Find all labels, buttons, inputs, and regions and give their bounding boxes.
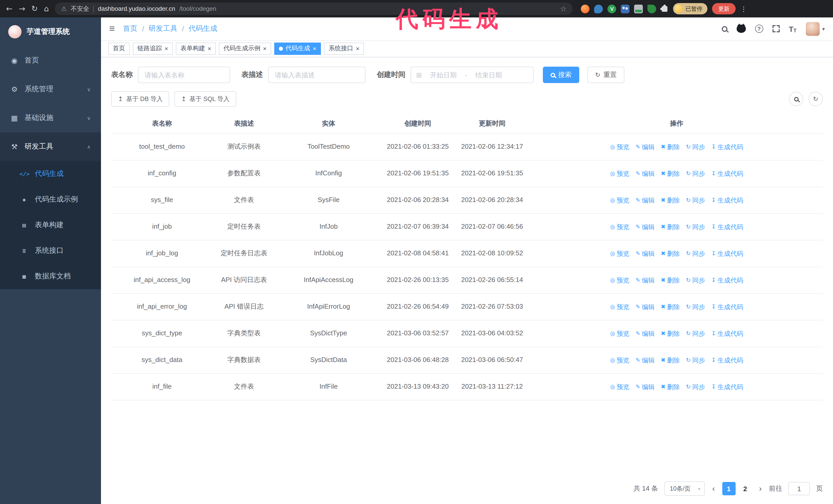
reset-button[interactable]: ↻ 重置 bbox=[588, 67, 624, 83]
action-sync[interactable]: ↻同步 bbox=[686, 169, 705, 178]
action-delete[interactable]: ✖删除 bbox=[661, 383, 680, 392]
search-button[interactable]: 搜索 bbox=[543, 67, 579, 83]
action-preview[interactable]: ◎预览 bbox=[610, 383, 629, 392]
tab-codegen-example[interactable]: 代码生成示例× bbox=[219, 42, 271, 55]
drop-extension-icon[interactable] bbox=[594, 4, 603, 13]
prev-page-button[interactable]: ‹ bbox=[711, 484, 716, 493]
action-edit[interactable]: ✎编辑 bbox=[636, 276, 654, 285]
github-icon[interactable] bbox=[736, 25, 745, 33]
green-v-extension-icon[interactable]: V bbox=[608, 4, 616, 13]
close-icon[interactable]: × bbox=[165, 45, 168, 51]
action-edit[interactable]: ✎编辑 bbox=[636, 143, 654, 152]
close-icon[interactable]: × bbox=[313, 45, 316, 51]
action-sync[interactable]: ↻同步 bbox=[686, 196, 705, 205]
action-delete[interactable]: ✖删除 bbox=[661, 169, 680, 178]
browser-update-button[interactable]: 更新 bbox=[712, 3, 736, 14]
browser-forward-button[interactable]: → bbox=[19, 5, 25, 13]
action-edit[interactable]: ✎编辑 bbox=[636, 356, 654, 365]
action-delete[interactable]: ✖删除 bbox=[661, 196, 680, 205]
font-size-icon[interactable]: TT bbox=[789, 24, 796, 33]
action-preview[interactable]: ◎预览 bbox=[610, 143, 629, 152]
action-edit[interactable]: ✎编辑 bbox=[636, 303, 654, 312]
action-sync[interactable]: ↻同步 bbox=[686, 356, 705, 365]
action-sync[interactable]: ↻同步 bbox=[686, 249, 705, 258]
import-sql-button[interactable]: ↥ 基于 SQL 导入 bbox=[174, 91, 236, 106]
table-desc-input[interactable] bbox=[268, 67, 365, 83]
action-delete[interactable]: ✖删除 bbox=[661, 303, 680, 312]
browser-menu-icon[interactable]: ⋮ bbox=[740, 5, 747, 13]
action-sync[interactable]: ↻同步 bbox=[686, 143, 705, 152]
sidebar-item-home[interactable]: ◉首页 bbox=[0, 46, 101, 75]
action-edit[interactable]: ✎编辑 bbox=[636, 169, 654, 178]
action-preview[interactable]: ◎预览 bbox=[610, 169, 629, 178]
import-db-button[interactable]: ↥ 基于 DB 导入 bbox=[111, 91, 169, 106]
action-preview[interactable]: ◎预览 bbox=[610, 196, 629, 205]
goto-page-input[interactable] bbox=[788, 482, 810, 495]
browser-profile-chip[interactable]: 已暂停 bbox=[673, 3, 708, 14]
action-preview[interactable]: ◎预览 bbox=[610, 303, 629, 312]
action-delete[interactable]: ✖删除 bbox=[661, 276, 680, 285]
browser-home-button[interactable]: ⌂ bbox=[44, 5, 49, 13]
sidebar-item-db-doc[interactable]: ▦数据库文档 bbox=[0, 264, 101, 289]
bookmark-star-icon[interactable]: ☆ bbox=[560, 5, 567, 13]
user-menu[interactable]: ▾ bbox=[806, 22, 825, 35]
browser-reload-button[interactable]: ↻ bbox=[31, 5, 38, 13]
help-icon[interactable]: ? bbox=[755, 25, 763, 33]
next-page-button[interactable]: › bbox=[758, 484, 763, 493]
action-preview[interactable]: ◎预览 bbox=[610, 249, 629, 258]
action-sync[interactable]: ↻同步 bbox=[686, 383, 705, 392]
sidebar-item-form-build[interactable]: ▤表单构建 bbox=[0, 212, 101, 238]
action-generate[interactable]: ↧生成代码 bbox=[711, 383, 743, 392]
close-icon[interactable]: × bbox=[208, 45, 211, 51]
sidebar-logo-row[interactable]: 芋道管理系统 bbox=[0, 18, 101, 46]
close-icon[interactable]: × bbox=[263, 45, 266, 51]
action-generate[interactable]: ↧生成代码 bbox=[711, 222, 743, 232]
action-preview[interactable]: ◎预览 bbox=[610, 356, 629, 365]
sidebar-item-api[interactable]: ≣系统接口 bbox=[0, 238, 101, 264]
close-icon[interactable]: × bbox=[356, 45, 359, 51]
sidebar-item-system[interactable]: ⚙系统管理∨ bbox=[0, 75, 101, 103]
action-edit[interactable]: ✎编辑 bbox=[636, 249, 654, 258]
action-generate[interactable]: ↧生成代码 bbox=[711, 356, 743, 365]
toggle-search-button[interactable] bbox=[789, 92, 803, 106]
action-delete[interactable]: ✖删除 bbox=[661, 356, 680, 365]
action-delete[interactable]: ✖删除 bbox=[661, 249, 680, 258]
sidebar-item-infra[interactable]: ▦基础设施∨ bbox=[0, 103, 101, 132]
breadcrumb-home[interactable]: 首页 bbox=[123, 24, 137, 33]
breadcrumb-devtools[interactable]: 研发工具 bbox=[149, 24, 177, 33]
action-edit[interactable]: ✎编辑 bbox=[636, 329, 654, 338]
tab-form-build[interactable]: 表单构建× bbox=[176, 42, 216, 55]
sidebar-item-devtools[interactable]: ⚒研发工具∧ bbox=[0, 132, 101, 161]
sidebar-item-codegen[interactable]: </>代码生成 bbox=[0, 161, 101, 187]
sidebar-fold-icon[interactable]: ≡ bbox=[109, 23, 115, 34]
header-search-icon[interactable] bbox=[721, 26, 727, 31]
action-generate[interactable]: ↧生成代码 bbox=[711, 276, 743, 285]
action-sync[interactable]: ↻同步 bbox=[686, 329, 705, 338]
action-generate[interactable]: ↧生成代码 bbox=[711, 143, 743, 152]
action-delete[interactable]: ✖删除 bbox=[661, 143, 680, 152]
action-generate[interactable]: ↧生成代码 bbox=[711, 196, 743, 205]
action-delete[interactable]: ✖删除 bbox=[661, 222, 680, 232]
action-preview[interactable]: ◎预览 bbox=[610, 222, 629, 232]
tab-codegen[interactable]: 代码生成× bbox=[274, 42, 321, 55]
tab-trace[interactable]: 链路追踪× bbox=[133, 42, 173, 55]
extensions-puzzle-icon[interactable] bbox=[662, 6, 668, 11]
end-date-input[interactable] bbox=[470, 71, 507, 79]
tab-api[interactable]: 系统接口× bbox=[324, 42, 364, 55]
action-edit[interactable]: ✎编辑 bbox=[636, 383, 654, 392]
create-time-range-picker[interactable]: ⊞ - bbox=[411, 67, 533, 83]
action-generate[interactable]: ↧生成代码 bbox=[711, 169, 743, 178]
fullscreen-icon[interactable] bbox=[772, 25, 780, 32]
action-sync[interactable]: ↻同步 bbox=[686, 222, 705, 232]
refresh-table-button[interactable]: ↻ bbox=[808, 92, 823, 106]
action-sync[interactable]: ↻同步 bbox=[686, 276, 705, 285]
browser-back-button[interactable]: ← bbox=[6, 5, 13, 13]
leaf-extension-icon[interactable] bbox=[648, 4, 657, 13]
fox-extension-icon[interactable] bbox=[581, 4, 590, 13]
page-2-button[interactable]: 2 bbox=[738, 482, 752, 495]
action-edit[interactable]: ✎编辑 bbox=[636, 222, 654, 232]
action-delete[interactable]: ✖删除 bbox=[661, 329, 680, 338]
action-sync[interactable]: ↻同步 bbox=[686, 303, 705, 312]
action-preview[interactable]: ◎预览 bbox=[610, 276, 629, 285]
action-generate[interactable]: ↧生成代码 bbox=[711, 303, 743, 312]
